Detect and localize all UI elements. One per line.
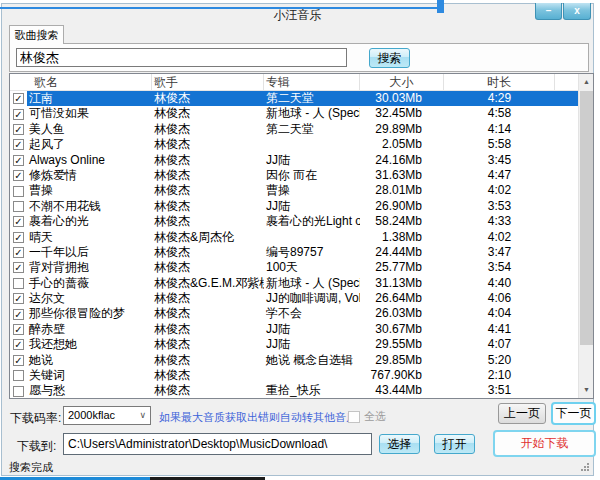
header-song-name[interactable]: 歌名	[27, 74, 152, 90]
row-checkbox[interactable]: ✓	[13, 139, 24, 150]
table-row[interactable]: ✓ 背对背拥抱 林俊杰 100天 25.77Mb 3:54	[10, 260, 578, 275]
cell-duration: 4:47	[444, 168, 555, 183]
cell-duration: 4:04	[444, 306, 555, 321]
cell-singer: 林俊杰&G.E.M.邓紫棋	[152, 276, 264, 291]
select-all-checkbox[interactable]: 全选	[348, 409, 386, 424]
scroll-down-icon[interactable]: ▼	[579, 382, 594, 398]
cell-album	[264, 230, 360, 245]
start-download-button[interactable]: 开始下载	[493, 430, 596, 457]
cell-singer: 林俊杰	[152, 91, 264, 106]
vertical-scrollbar[interactable]: ▲ ▼	[578, 74, 593, 398]
table-row[interactable]: ✓ 我还想她 林俊杰 JJ陆 29.55Mb 4:07	[10, 337, 578, 352]
cell-album: 学不会	[264, 306, 360, 321]
cell-album: JJ陆	[264, 322, 360, 337]
table-row[interactable]: 手心的蔷薇 林俊杰&G.E.M.邓紫棋 新地球 - 人 (Specia... 3…	[10, 276, 578, 291]
table-row[interactable]: ✓ 可惜没如果 林俊杰 新地球 - 人 (Specia... 32.45Mb 4…	[10, 106, 578, 121]
table-row[interactable]: ✓ 达尔文 林俊杰 JJ的咖啡调调, Vol. 2 26.64Mb 4:06	[10, 291, 578, 306]
table-row[interactable]: ✓ 一千年以后 林俊杰 编号89757 24.44Mb 3:47	[10, 245, 578, 260]
cell-song-name: 一千年以后	[27, 245, 152, 260]
header-album[interactable]: 专辑	[264, 74, 360, 90]
select-all-box[interactable]	[348, 411, 360, 423]
cell-song-name: 醉赤壁	[27, 322, 152, 337]
table-row[interactable]: 曹操 林俊杰 曹操 28.01Mb 4:02	[10, 183, 578, 198]
row-checkbox[interactable]: ✓	[13, 170, 24, 181]
bitrate-select[interactable]: 2000kflac ∨	[63, 406, 151, 425]
table-row[interactable]: 不潮不用花钱 林俊杰 JJ陆 26.90Mb 3:53	[10, 199, 578, 214]
row-checkbox[interactable]: ✓	[13, 355, 24, 366]
choose-folder-button[interactable]: 选择	[379, 434, 420, 454]
cell-album: 因你 而在	[264, 168, 360, 183]
row-checkbox[interactable]: ✓	[13, 262, 24, 273]
table-row[interactable]: 关键词 林俊杰 767.90Kb 2:10	[10, 368, 578, 383]
row-checkbox[interactable]: ✓	[13, 309, 24, 320]
cell-size: 30.67Mb	[360, 322, 444, 337]
background-window-tab	[437, 0, 444, 13]
download-path-input[interactable]	[63, 433, 372, 455]
search-button[interactable]: 搜索	[369, 48, 410, 68]
header-check-column	[10, 74, 27, 90]
cell-song-name: 手心的蔷薇	[27, 276, 152, 291]
cell-duration: 4:29	[444, 91, 555, 106]
row-checkbox[interactable]	[13, 278, 24, 289]
header-duration[interactable]: 时长	[444, 74, 555, 90]
row-checkbox[interactable]: ✓	[13, 232, 24, 243]
minimize-button[interactable]: –	[535, 3, 562, 20]
prev-page-button[interactable]: 上一页	[498, 403, 546, 424]
table-row[interactable]: ✓ 晴天 林俊杰&周杰伦 1.38Mb 4:02	[10, 230, 578, 245]
cell-duration: 3:54	[444, 260, 555, 275]
cell-duration: 4:40	[444, 276, 555, 291]
cell-singer: 林俊杰	[152, 168, 264, 183]
row-checkbox[interactable]	[13, 186, 24, 197]
cell-duration: 4:02	[444, 230, 555, 245]
cell-album: JJ陆	[264, 337, 360, 352]
table-row[interactable]: ✓ 修炼爱情 林俊杰 因你 而在 31.63Mb 4:47	[10, 168, 578, 183]
row-checkbox[interactable]	[13, 201, 24, 212]
row-checkbox[interactable]: ✓	[13, 93, 24, 104]
table-row[interactable]: ✓ 她说 林俊杰 她说 概念自选辑 29.85Mb 5:20	[10, 353, 578, 368]
table-row[interactable]: ✓ 起风了 林俊杰 2.05Mb 5:58	[10, 137, 578, 152]
table-row[interactable]: ✓ 裹着心的光 林俊杰 裹着心的光Light of ... 58.24Mb 4:…	[10, 214, 578, 229]
row-checkbox[interactable]: ✓	[13, 293, 24, 304]
table-row[interactable]: 愿与愁 林俊杰 重拾_快乐 43.44Mb 3:51	[10, 383, 578, 398]
cell-singer: 林俊杰	[152, 153, 264, 168]
open-folder-button[interactable]: 打开	[434, 434, 475, 454]
row-checkbox[interactable]: ✓	[13, 155, 24, 166]
cell-size: 26.90Mb	[360, 199, 444, 214]
table-row[interactable]: ✓ 那些你很冒险的梦 林俊杰 学不会 26.03Mb 4:04	[10, 306, 578, 321]
cell-duration: 4:14	[444, 122, 555, 137]
cell-size: 1.38Mb	[360, 230, 444, 245]
table-row[interactable]: ✓ 醉赤壁 林俊杰 JJ陆 30.67Mb 4:41	[10, 322, 578, 337]
row-checkbox[interactable]: ✓	[13, 324, 24, 335]
row-checkbox[interactable]	[13, 386, 24, 397]
cell-size: 28.01Mb	[360, 183, 444, 198]
cell-singer: 林俊杰	[152, 183, 264, 198]
bitrate-value: 2000kflac	[68, 409, 115, 421]
header-size[interactable]: 大小	[360, 74, 444, 90]
row-checkbox[interactable]: ✓	[13, 124, 24, 135]
cell-album	[264, 137, 360, 152]
table-row[interactable]: ✓ 美人鱼 林俊杰 第二天堂 29.89Mb 4:14	[10, 122, 578, 137]
resize-grip[interactable]	[581, 463, 589, 471]
table-row[interactable]: ✓ 江南 林俊杰 第二天堂 30.03Mb 4:29	[10, 91, 578, 106]
tab-song-search[interactable]: 歌曲搜索	[9, 25, 64, 44]
cell-size: 30.03Mb	[360, 91, 444, 106]
cell-size: 32.45Mb	[360, 106, 444, 121]
row-checkbox[interactable]: ✓	[13, 339, 24, 350]
scrollbar-thumb[interactable]	[580, 91, 593, 345]
cell-size: 29.85Mb	[360, 353, 444, 368]
cell-duration: 3:47	[444, 245, 555, 260]
next-page-button[interactable]: 下一页	[551, 402, 596, 425]
row-checkbox[interactable]	[13, 370, 24, 381]
cell-size: 31.13Mb	[360, 276, 444, 291]
row-checkbox[interactable]: ✓	[13, 247, 24, 258]
cell-singer: 林俊杰	[152, 245, 264, 260]
close-button[interactable]: x	[563, 3, 591, 20]
cell-duration: 5:58	[444, 137, 555, 152]
cell-song-name: 美人鱼	[27, 122, 152, 137]
table-row[interactable]: ✓ Always Online 林俊杰 JJ陆 24.16Mb 3:45	[10, 153, 578, 168]
row-checkbox[interactable]: ✓	[13, 109, 24, 120]
scroll-up-icon[interactable]: ▲	[579, 74, 594, 90]
row-checkbox[interactable]: ✓	[13, 216, 24, 227]
search-input[interactable]	[16, 48, 347, 67]
header-singer[interactable]: 歌手	[152, 74, 264, 90]
